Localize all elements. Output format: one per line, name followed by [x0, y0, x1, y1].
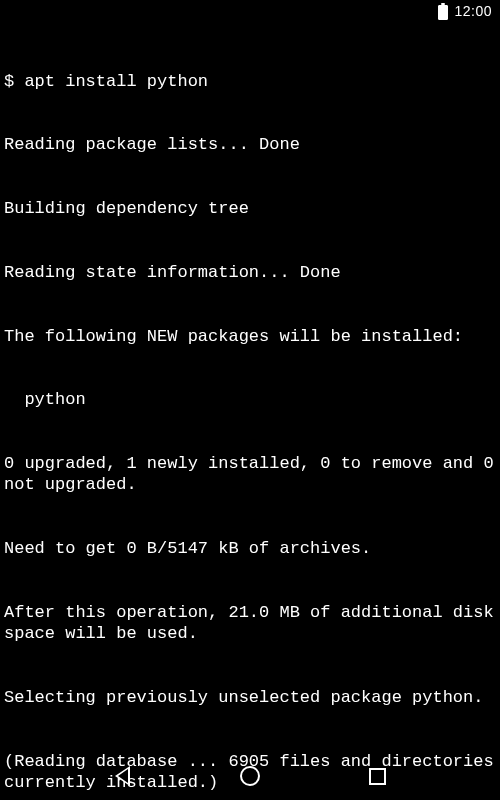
status-time: 12:00 — [454, 3, 492, 21]
terminal-line: python — [4, 389, 496, 410]
terminal-line: Selecting previously unselected package … — [4, 687, 496, 708]
status-bar: 12:00 — [0, 0, 500, 24]
terminal-line: The following NEW packages will be insta… — [4, 326, 496, 347]
terminal-line: Need to get 0 B/5147 kB of archives. — [4, 538, 496, 559]
terminal-line: $ apt install python — [4, 71, 496, 92]
terminal-line: Building dependency tree — [4, 198, 496, 219]
nav-home-icon[interactable] — [240, 766, 260, 786]
android-nav-bar — [0, 752, 500, 800]
nav-recent-icon[interactable] — [369, 768, 386, 785]
terminal-line: Reading state information... Done — [4, 262, 496, 283]
terminal-output[interactable]: $ apt install python Reading package lis… — [0, 24, 500, 800]
terminal-line: After this operation, 21.0 MB of additio… — [4, 602, 496, 645]
terminal-line: Reading package lists... Done — [4, 134, 496, 155]
battery-icon — [438, 5, 448, 20]
terminal-line: 0 upgraded, 1 newly installed, 0 to remo… — [4, 453, 496, 496]
nav-back-icon[interactable] — [115, 766, 131, 786]
